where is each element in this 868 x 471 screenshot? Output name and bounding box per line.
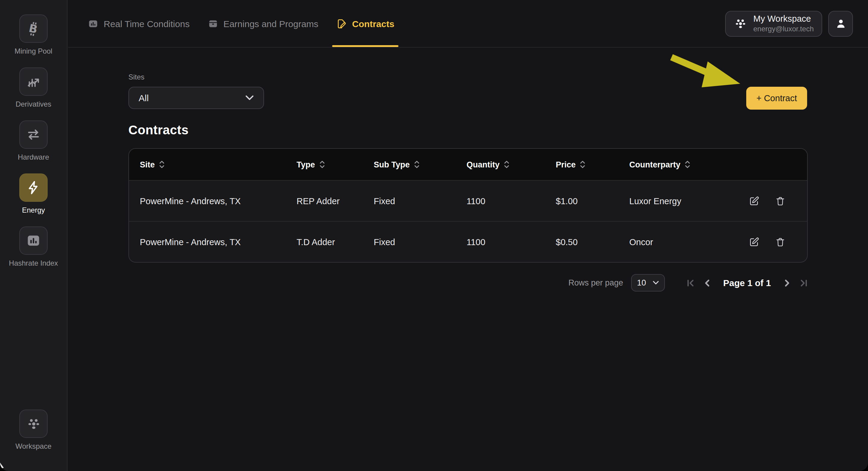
delete-row-button[interactable] xyxy=(775,196,785,206)
cell-counterparty: Oncor xyxy=(629,237,749,247)
sidebar-item-hardware[interactable]: Hardware xyxy=(18,121,49,161)
sort-icon xyxy=(319,160,324,169)
trash-icon xyxy=(775,236,785,247)
mining-pool-button[interactable]: B xyxy=(19,14,48,43)
realtime-chart-icon xyxy=(88,19,98,29)
swap-arrows-icon xyxy=(26,127,41,142)
previous-page-button[interactable] xyxy=(704,278,711,287)
sort-icon xyxy=(504,160,509,169)
workspace-button[interactable] xyxy=(19,410,48,438)
first-page-button[interactable] xyxy=(687,278,694,287)
table-row: PowerMine - Andrews, TX T.D Adder Fixed … xyxy=(129,221,807,262)
page-title: Contracts xyxy=(128,123,808,137)
contract-edit-icon xyxy=(336,19,347,29)
tab-real-time-conditions[interactable]: Real Time Conditions xyxy=(88,0,190,47)
chevron-down-icon xyxy=(245,95,254,101)
sidebar-item-derivatives[interactable]: Derivatives xyxy=(16,67,52,108)
chevron-right-icon xyxy=(784,278,791,287)
tab-contracts[interactable]: Contracts xyxy=(336,0,394,47)
edit-icon xyxy=(749,196,760,206)
sidebar-item-mining-pool[interactable]: B Mining Pool xyxy=(14,14,52,56)
contracts-table: Site Type Sub Type Quantity xyxy=(128,148,808,263)
cell-price: $0.50 xyxy=(556,237,629,247)
account-button[interactable] xyxy=(828,10,853,36)
tab-earnings-and-programs[interactable]: Earnings and Programs xyxy=(208,0,318,47)
person-icon xyxy=(835,18,846,30)
next-page-button[interactable] xyxy=(784,278,791,287)
chevron-down-icon xyxy=(653,281,659,285)
sidebar-item-label: Derivatives xyxy=(16,100,52,108)
column-header-site[interactable]: Site xyxy=(140,160,297,169)
first-page-icon xyxy=(687,278,694,287)
workspace-text: My Workspace energy@luxor.tech xyxy=(753,13,814,33)
cell-site: PowerMine - Andrews, TX xyxy=(140,196,297,206)
row-actions xyxy=(749,196,808,206)
rows-per-page-select[interactable]: 10 xyxy=(631,274,665,292)
derivatives-chart-icon xyxy=(26,74,41,89)
hashrate-index-button[interactable] xyxy=(19,227,48,255)
hardware-button[interactable] xyxy=(19,121,48,149)
cell-site: PowerMine - Andrews, TX xyxy=(140,237,297,247)
sidebar-item-label: Energy xyxy=(22,206,45,214)
tab-label: Earnings and Programs xyxy=(223,19,318,29)
tab-label: Real Time Conditions xyxy=(104,19,190,29)
topbar-right: My Workspace energy@luxor.tech xyxy=(725,10,853,36)
workspace-title: My Workspace xyxy=(753,13,814,24)
sidebar-item-label: Hardware xyxy=(18,153,49,161)
sidebar-item-label: Workspace xyxy=(16,442,52,450)
sidebar-item-workspace[interactable]: Workspace xyxy=(16,410,52,450)
cell-sub-type: Fixed xyxy=(374,237,467,247)
last-page-button[interactable] xyxy=(800,278,808,287)
main-area: Real Time Conditions Earnings and Progra… xyxy=(68,0,868,471)
bitcoin-icon: B xyxy=(26,21,41,36)
delete-row-button[interactable] xyxy=(775,236,785,247)
derivatives-button[interactable] xyxy=(19,67,48,96)
energy-button[interactable] xyxy=(19,173,48,202)
sort-icon xyxy=(685,160,690,169)
last-page-icon xyxy=(800,278,808,287)
lightning-icon xyxy=(26,180,41,195)
cell-quantity: 1100 xyxy=(467,237,556,247)
cell-type: T.D Adder xyxy=(297,237,374,247)
page-status: Page 1 of 1 xyxy=(723,278,771,288)
cell-type: REP Adder xyxy=(297,196,374,206)
content: Sites All Contracts Site Type xyxy=(68,73,868,292)
rows-per-page-label: Rows per page xyxy=(568,278,623,287)
column-header-price[interactable]: Price xyxy=(556,160,629,169)
edit-row-button[interactable] xyxy=(749,196,760,206)
column-header-quantity[interactable]: Quantity xyxy=(467,160,556,169)
my-workspace-button[interactable]: My Workspace energy@luxor.tech xyxy=(725,10,823,36)
sidebar-item-energy[interactable]: Energy xyxy=(19,173,48,214)
app-window: B Mining Pool Derivatives xyxy=(0,0,868,471)
workspace-dots-icon xyxy=(26,416,41,432)
row-actions xyxy=(749,236,808,247)
svg-text:B: B xyxy=(28,22,39,36)
cell-counterparty: Luxor Energy xyxy=(629,196,749,206)
sort-icon xyxy=(414,160,420,169)
sites-filter-label: Sites xyxy=(128,73,808,81)
topbar: Real Time Conditions Earnings and Progra… xyxy=(68,0,868,47)
sites-select-value: All xyxy=(138,93,149,103)
column-header-counterparty[interactable]: Counterparty xyxy=(629,160,749,169)
chevron-left-icon xyxy=(704,278,711,287)
cell-price: $1.00 xyxy=(556,196,629,206)
workspace-email: energy@luxor.tech xyxy=(753,24,814,33)
sort-icon xyxy=(580,160,585,169)
rows-per-page-value: 10 xyxy=(637,278,646,287)
edit-row-button[interactable] xyxy=(749,236,760,247)
cell-sub-type: Fixed xyxy=(374,196,467,206)
sidebar: B Mining Pool Derivatives xyxy=(0,0,67,471)
column-header-type[interactable]: Type xyxy=(297,160,374,169)
sidebar-item-hashrate-index[interactable]: Hashrate Index xyxy=(9,227,58,267)
trash-icon xyxy=(775,196,785,206)
sites-select[interactable]: All xyxy=(128,87,264,109)
column-header-sub-type[interactable]: Sub Type xyxy=(374,160,467,169)
table-row: PowerMine - Andrews, TX REP Adder Fixed … xyxy=(129,180,807,221)
table-header-row: Site Type Sub Type Quantity xyxy=(129,149,807,180)
workspace-dots-icon xyxy=(734,16,747,30)
sort-icon xyxy=(159,160,164,169)
earnings-wallet-icon xyxy=(208,19,218,29)
edit-icon xyxy=(749,236,760,247)
cell-quantity: 1100 xyxy=(467,196,556,206)
sidebar-item-label: Hashrate Index xyxy=(9,259,58,267)
